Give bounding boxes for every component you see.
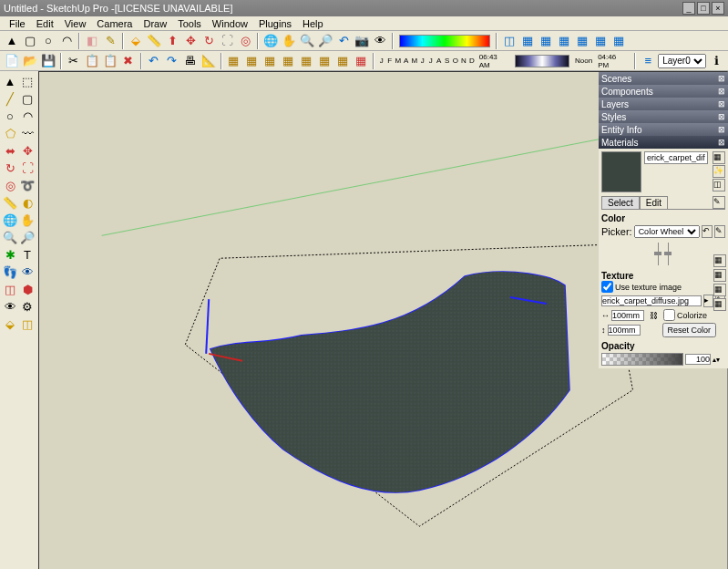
use-texture-checkbox[interactable]: [601, 281, 613, 293]
close-icon[interactable]: ⊠: [718, 99, 725, 109]
menu-tools[interactable]: Tools: [172, 18, 207, 29]
circle-tool[interactable]: ○: [2, 108, 18, 124]
style8-icon[interactable]: ▦: [353, 53, 369, 69]
walk-tool[interactable]: 👣: [2, 264, 18, 280]
style7-icon[interactable]: ▦: [334, 53, 351, 69]
layers-icon[interactable]: ≡: [640, 53, 656, 69]
menu-edit[interactable]: Edit: [31, 18, 59, 29]
menu-camera[interactable]: Camera: [91, 18, 138, 29]
drape-tool[interactable]: ◫: [19, 316, 36, 332]
menu-file[interactable]: File: [4, 18, 31, 29]
pan-icon[interactable]: ✋: [281, 33, 297, 49]
poly-tool[interactable]: ⬠: [2, 125, 18, 141]
section-tool[interactable]: ◫: [2, 281, 18, 297]
default-material-icon[interactable]: ◫: [713, 179, 725, 191]
layer-select[interactable]: Layer0: [658, 54, 706, 68]
month-strip[interactable]: JFM AMJ JAS OND: [378, 57, 476, 65]
layers-panel-header[interactable]: Layers⊠: [599, 98, 728, 110]
select-tab[interactable]: Select: [601, 196, 640, 209]
texture-width-input[interactable]: [611, 310, 644, 321]
free-tool[interactable]: 〰: [19, 125, 36, 141]
move-icon[interactable]: ✥: [182, 33, 199, 49]
push-tool[interactable]: ⬌: [2, 142, 18, 159]
color-sliders[interactable]: [601, 240, 725, 267]
sand-tool[interactable]: ⬢: [19, 281, 36, 297]
pan-tool[interactable]: ✋: [19, 212, 36, 228]
move-tool[interactable]: ✥: [19, 142, 36, 159]
time-slider[interactable]: [515, 55, 569, 67]
view-left-icon[interactable]: ▦: [592, 33, 609, 49]
edit-tab[interactable]: Edit: [640, 196, 668, 209]
orbit-tool[interactable]: 🌐: [2, 212, 18, 228]
style4-icon[interactable]: ▦: [280, 53, 296, 69]
save-icon[interactable]: 💾: [40, 53, 56, 69]
stamp-tool[interactable]: ⬙: [2, 316, 18, 332]
materials-panel-header[interactable]: Materials⊠: [599, 136, 728, 149]
close-icon[interactable]: ⊠: [718, 125, 725, 134]
zoom-tool[interactable]: 🔍: [2, 229, 18, 245]
side-icon-2[interactable]: ▦: [713, 269, 726, 282]
chain-icon[interactable]: ⛓: [650, 311, 658, 320]
texture-height-input[interactable]: [608, 325, 641, 336]
close-icon[interactable]: ⊠: [718, 138, 725, 147]
offset-icon[interactable]: ◎: [237, 33, 253, 49]
model-icon[interactable]: 📐: [200, 53, 217, 69]
arc-icon[interactable]: ◠: [58, 33, 75, 49]
side-icon-3[interactable]: ▦: [713, 284, 726, 296]
create-material-icon[interactable]: ✨: [713, 165, 725, 178]
protractor-tool[interactable]: ◐: [19, 194, 36, 211]
walk-icon[interactable]: 👁: [372, 33, 388, 49]
pencil-icon[interactable]: ✎: [102, 33, 118, 49]
style2-icon[interactable]: ▦: [243, 53, 260, 69]
copy-icon[interactable]: 📋: [84, 53, 100, 69]
zoom-icon[interactable]: 🔍: [299, 33, 315, 49]
camera-icon[interactable]: 📷: [354, 33, 370, 49]
arc-tool[interactable]: ◠: [19, 108, 36, 124]
view-right-icon[interactable]: ▦: [610, 33, 627, 49]
axes-tool[interactable]: ✱: [2, 246, 18, 263]
colorize-checkbox[interactable]: [663, 309, 675, 321]
opacity-value-input[interactable]: [685, 354, 711, 365]
side-icon-4[interactable]: ▦: [713, 298, 726, 311]
menu-draw[interactable]: Draw: [138, 18, 172, 29]
maximize-button[interactable]: □: [697, 2, 710, 15]
spinner-icon[interactable]: ▴▾: [713, 356, 720, 364]
entity-info-panel-header[interactable]: Entity Info⊠: [599, 123, 728, 136]
delete-icon[interactable]: ✖: [120, 53, 137, 69]
color-gradient[interactable]: [399, 35, 490, 47]
reset-color-button[interactable]: Reset Color: [662, 323, 717, 337]
close-button[interactable]: ×: [712, 2, 724, 15]
close-icon[interactable]: ⊠: [718, 112, 725, 121]
browse-icon[interactable]: ▸: [703, 295, 713, 307]
undo-color-icon[interactable]: ↶: [702, 225, 713, 238]
scale-icon[interactable]: ⛶: [219, 33, 235, 49]
texture-file-input[interactable]: [601, 295, 702, 306]
scenes-panel-header[interactable]: Scenes⊠: [599, 72, 728, 85]
scale-tool[interactable]: ⛶: [19, 160, 36, 176]
new-icon[interactable]: 📄: [4, 53, 20, 69]
rotate-tool[interactable]: ↻: [2, 160, 18, 176]
circle-icon[interactable]: ○: [40, 33, 56, 49]
offset-tool[interactable]: ◎: [2, 177, 18, 193]
view-front-icon[interactable]: ▦: [519, 33, 536, 49]
display-pane-icon[interactable]: ▦: [713, 151, 725, 164]
close-icon[interactable]: ⊠: [718, 87, 725, 96]
redo-icon[interactable]: ↷: [164, 53, 180, 69]
select-icon[interactable]: ▲: [4, 33, 20, 49]
style5-icon[interactable]: ▦: [298, 53, 314, 69]
gear-tool[interactable]: ⚙: [19, 298, 36, 315]
orbit-icon[interactable]: 🌐: [262, 33, 279, 49]
menu-view[interactable]: View: [59, 18, 92, 29]
paste-icon[interactable]: 📋: [102, 53, 118, 69]
prev-icon[interactable]: ↶: [335, 33, 352, 49]
square-icon[interactable]: ▢: [22, 33, 38, 49]
styles-panel-header[interactable]: Styles⊠: [599, 110, 728, 123]
line-tool[interactable]: ╱: [2, 90, 18, 107]
style6-icon[interactable]: ▦: [316, 53, 333, 69]
cut-icon[interactable]: ✂: [66, 53, 82, 69]
undo-icon[interactable]: ↶: [146, 53, 162, 69]
style1-icon[interactable]: ▦: [226, 53, 242, 69]
select-tool[interactable]: ▲: [2, 73, 18, 89]
menu-plugins[interactable]: Plugins: [253, 18, 297, 29]
print-icon[interactable]: 🖶: [182, 53, 199, 69]
